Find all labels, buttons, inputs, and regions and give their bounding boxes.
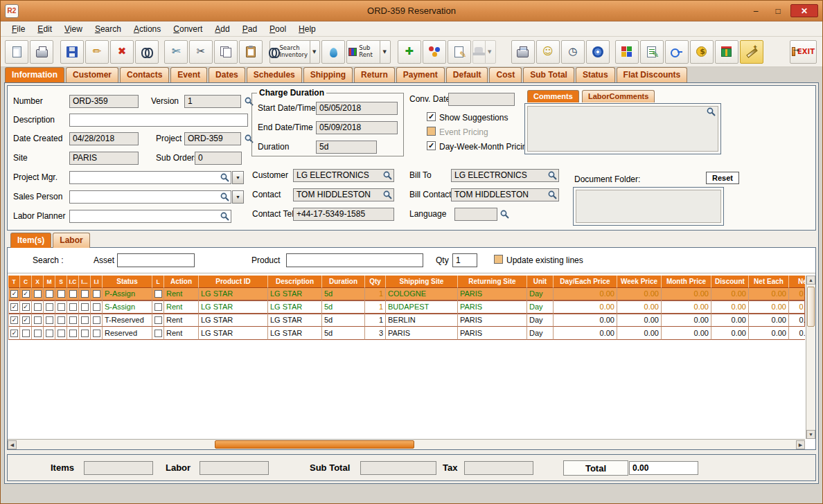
horizontal-scroll-thumb[interactable]	[215, 440, 414, 449]
tab-contacts[interactable]: Contacts	[120, 67, 169, 82]
bill-contact-field[interactable]: TOM HIDDLESTON	[451, 188, 559, 201]
search-icon[interactable]	[547, 190, 558, 200]
contact-field[interactable]: TOM HIDDLESTON	[293, 188, 394, 201]
asset-input[interactable]	[117, 253, 195, 267]
app-icon[interactable]: R2	[5, 4, 19, 18]
show-suggestions-checkbox[interactable]	[427, 112, 436, 121]
search-icon[interactable]	[382, 190, 393, 200]
document-folder-box[interactable]	[573, 187, 724, 226]
delete-button[interactable]: ✖	[110, 40, 134, 64]
menu-search[interactable]: Search	[89, 23, 127, 35]
col-ne[interactable]: Ne	[789, 276, 805, 287]
scroll-up-icon[interactable]: ▲	[806, 276, 815, 285]
product-input[interactable]	[286, 253, 423, 267]
site-field[interactable]: PARIS	[69, 152, 139, 165]
row-checkbox[interactable]	[10, 303, 18, 311]
pour-button[interactable]	[321, 40, 345, 64]
row-checkbox[interactable]	[10, 330, 18, 337]
table-row[interactable]: T-ReservedRentLG STARLG STAR5d1BERLINPAR…	[8, 314, 805, 327]
search-icon[interactable]	[547, 170, 558, 181]
menu-pad[interactable]: Pad	[237, 23, 263, 35]
col-s[interactable]: S	[55, 276, 67, 287]
items-tab-item-s[interactable]: Item(s)	[10, 233, 51, 248]
search-icon[interactable]	[499, 209, 510, 219]
menu-edit[interactable]: Edit	[32, 23, 57, 35]
form-edit-button[interactable]	[640, 40, 664, 64]
tab-status[interactable]: Status	[576, 67, 615, 82]
update-existing-lines-checkbox[interactable]	[494, 255, 503, 264]
search-icon[interactable]	[706, 107, 716, 117]
tab-sub-total[interactable]: Sub Total	[523, 67, 574, 82]
row-checkbox[interactable]	[57, 303, 65, 311]
row-checkbox[interactable]	[154, 316, 162, 324]
col-i[interactable]: I...	[79, 276, 91, 287]
col-x[interactable]: X	[32, 276, 44, 287]
tab-shipping[interactable]: Shipping	[303, 67, 353, 82]
col-c[interactable]: C	[20, 276, 32, 287]
row-checkbox[interactable]	[69, 290, 77, 298]
search-icon[interactable]	[382, 170, 393, 181]
cut-line-button[interactable]: ✄	[164, 40, 188, 64]
row-checkbox[interactable]	[46, 290, 53, 298]
labor-planner-field[interactable]	[69, 210, 231, 223]
col-action[interactable]: Action	[164, 276, 199, 287]
stamp-button[interactable]: ▼	[472, 40, 496, 64]
description-field[interactable]	[69, 114, 248, 127]
tab-information[interactable]: Information	[5, 67, 64, 82]
scroll-right-icon[interactable]: ▶	[796, 440, 805, 449]
vertical-scroll-thumb[interactable]	[807, 287, 815, 327]
items-tab-labor[interactable]: Labor	[53, 233, 89, 248]
row-checkbox[interactable]	[69, 330, 77, 337]
row-checkbox[interactable]	[93, 303, 100, 311]
sales-person-dropdown[interactable]: ▼	[232, 190, 244, 204]
col-discount[interactable]: Discount	[711, 276, 749, 287]
items-total-field[interactable]	[84, 461, 153, 475]
language-field[interactable]	[454, 208, 497, 221]
menu-actions[interactable]: Actions	[128, 23, 166, 35]
col-m[interactable]: M	[44, 276, 55, 287]
tab-comments[interactable]: Comments	[527, 90, 579, 102]
conv-date-field[interactable]	[448, 93, 515, 106]
search-icon[interactable]	[220, 211, 230, 222]
menu-file[interactable]: File	[6, 23, 30, 35]
tab-labor-comments[interactable]: LaborComments	[582, 90, 655, 102]
row-checkbox[interactable]	[154, 330, 162, 337]
row-checkbox[interactable]	[69, 316, 77, 324]
project-mgr-field[interactable]	[69, 171, 231, 184]
tab-event[interactable]: Event	[170, 67, 207, 82]
tab-payment[interactable]: Payment	[396, 67, 445, 82]
col-net-each[interactable]: Net Each	[749, 276, 789, 287]
menu-help[interactable]: Help	[293, 23, 321, 35]
reset-button[interactable]: Reset	[706, 172, 739, 184]
tax-field[interactable]	[464, 461, 533, 475]
sales-person-field[interactable]	[69, 190, 231, 204]
row-checkbox[interactable]	[93, 316, 100, 324]
sub-orders-field[interactable]: 0	[195, 152, 242, 165]
col-i-c[interactable]: I.C	[67, 276, 79, 287]
row-checkbox[interactable]	[46, 303, 53, 311]
dropdown-arrow-icon[interactable]: ▼	[485, 41, 493, 63]
exit-button[interactable]: EXIT	[790, 40, 817, 64]
menu-add[interactable]: Add	[209, 23, 235, 35]
horizontal-scrollbar[interactable]: ◀ ▶	[8, 439, 805, 449]
wand-button[interactable]	[740, 40, 763, 64]
groups-button[interactable]	[423, 40, 446, 64]
menu-view[interactable]: View	[59, 23, 88, 35]
number-field[interactable]: ORD-359	[69, 95, 139, 108]
col-week-price[interactable]: Week Price	[617, 276, 662, 287]
sub-rent-button[interactable]: Sub Rent▼	[346, 40, 390, 64]
total-value-field[interactable]: 0.00	[629, 461, 698, 475]
row-checkbox[interactable]	[57, 330, 65, 337]
row-checkbox[interactable]	[34, 290, 42, 298]
menu-pool[interactable]: Pool	[264, 23, 292, 35]
labor-total-field[interactable]	[200, 461, 269, 475]
row-checkbox[interactable]	[93, 290, 100, 298]
smiley-button[interactable]: ☺	[536, 40, 560, 64]
tab-default[interactable]: Default	[446, 67, 488, 82]
comments-text[interactable]	[527, 106, 718, 152]
qty-input[interactable]	[452, 253, 477, 267]
col-description[interactable]: Description	[268, 276, 322, 287]
comments-box[interactable]	[524, 103, 721, 154]
time-button[interactable]: ◷	[561, 40, 585, 64]
search-icon[interactable]	[220, 192, 230, 202]
